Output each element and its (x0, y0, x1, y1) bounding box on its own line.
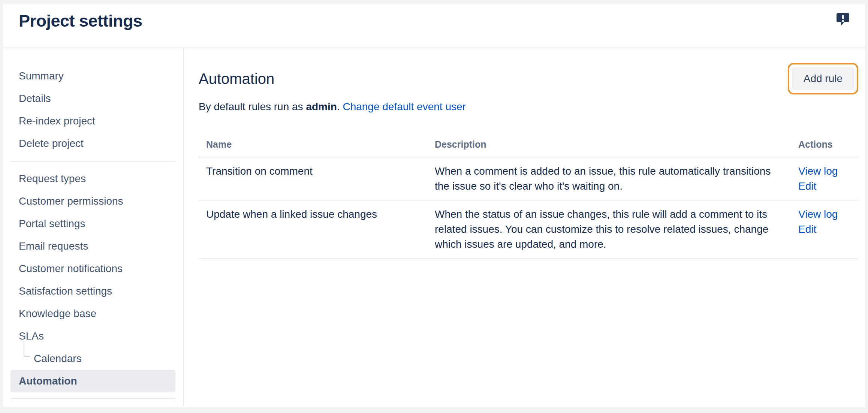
sidebar-item-knowledge-base[interactable]: Knowledge base (3, 302, 183, 325)
sidebar-item-label: Summary (19, 70, 64, 82)
sidebar-divider (10, 161, 175, 162)
add-rule-focus-ring: Add rule (788, 63, 858, 94)
page-header: Project settings (3, 4, 865, 48)
section-title: Automation (199, 70, 274, 87)
tree-connector-icon (24, 340, 30, 357)
sidebar-item-email-requests[interactable]: Email requests (3, 235, 183, 257)
sidebar-item-satisfaction-settings[interactable]: Satisfaction settings (3, 280, 183, 302)
sidebar-item-calendars[interactable]: Calendars (3, 347, 183, 370)
table-header-row: Name Description Actions (199, 135, 858, 157)
sidebar: Summary Details Re-index project Delete … (3, 48, 184, 406)
rule-name: Transition on comment (199, 157, 435, 200)
view-log-link[interactable]: View log (798, 164, 858, 179)
table-row: Update when a linked issue changes When … (199, 201, 858, 259)
rule-description: When a comment is added to an issue, thi… (435, 157, 798, 200)
sidebar-item-label: Re-index project (19, 115, 95, 127)
sidebar-item-label: Customer notifications (19, 263, 123, 275)
rule-name: Update when a linked issue changes (199, 201, 435, 258)
rule-description: When the status of an issue changes, thi… (435, 201, 798, 258)
feedback-icon[interactable] (836, 12, 850, 26)
sidebar-item-delete-project[interactable]: Delete project (3, 132, 183, 155)
sidebar-item-portal-settings[interactable]: Portal settings (3, 212, 183, 235)
sidebar-item-customer-notifications[interactable]: Customer notifications (3, 257, 183, 280)
sidebar-item-label: Details (19, 93, 51, 105)
intro-suffix: . (337, 101, 340, 112)
column-header-description: Description (435, 135, 798, 157)
sidebar-item-label: Customer permissions (19, 195, 123, 207)
sidebar-item-summary[interactable]: Summary (3, 65, 183, 87)
sidebar-item-label: Knowledge base (19, 308, 96, 320)
settings-card: Project settings Summary Details Re-inde… (3, 4, 865, 407)
automation-rules-table: Name Description Actions Transition on c… (199, 135, 858, 259)
sidebar-item-label: SLAs (19, 330, 44, 342)
sidebar-item-customer-permissions[interactable]: Customer permissions (3, 190, 183, 212)
add-rule-button[interactable]: Add rule (792, 67, 854, 90)
main-content: Automation Add rule By default rules run… (184, 48, 865, 406)
sidebar-item-label: Satisfaction settings (19, 285, 112, 297)
default-user-name: admin (306, 101, 337, 112)
edit-link[interactable]: Edit (798, 222, 858, 237)
sidebar-item-label: Request types (19, 173, 86, 185)
rule-actions: View log Edit (798, 201, 858, 258)
sidebar-item-details[interactable]: Details (3, 87, 183, 110)
sidebar-item-label: Calendars (34, 353, 82, 365)
sidebar-item-request-types[interactable]: Request types (3, 168, 183, 190)
sidebar-item-label: Delete project (19, 138, 84, 150)
sidebar-item-label: Portal settings (19, 218, 85, 230)
main-head: Automation Add rule (199, 62, 858, 96)
body-wrap: Summary Details Re-index project Delete … (3, 48, 865, 406)
sidebar-divider (10, 398, 175, 399)
edit-link[interactable]: Edit (798, 179, 858, 194)
intro-prefix: By default rules run as (199, 101, 306, 112)
change-default-event-user-link[interactable]: Change default event user (343, 101, 465, 112)
page-title: Project settings (3, 4, 865, 31)
column-header-actions: Actions (798, 135, 858, 157)
rule-actions: View log Edit (798, 157, 858, 200)
column-header-name: Name (199, 135, 435, 157)
sidebar-item-reindex-project[interactable]: Re-index project (3, 110, 183, 132)
sidebar-item-label: Automation (19, 375, 77, 387)
view-log-link[interactable]: View log (798, 207, 858, 222)
sidebar-item-automation[interactable]: Automation (10, 370, 175, 392)
sidebar-item-slas[interactable]: SLAs (3, 325, 183, 347)
default-user-note: By default rules run as admin. Change de… (199, 99, 858, 114)
table-row: Transition on comment When a comment is … (199, 157, 858, 201)
sidebar-item-label: Email requests (19, 240, 88, 252)
project-settings-page: { "header": { "title": "Project settings… (0, 0, 868, 413)
